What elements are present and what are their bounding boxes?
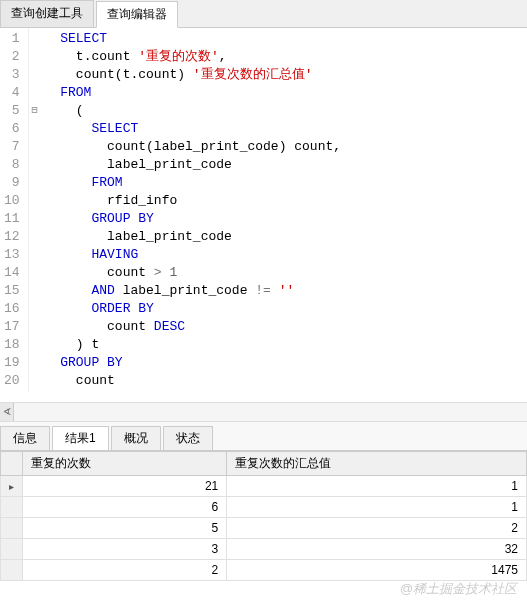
tab-result1[interactable]: 结果1 [52,426,109,450]
line-number: 1 [4,30,20,48]
code-line[interactable]: FROM [45,174,523,192]
fold-spacer [29,372,41,390]
line-number: 20 [4,372,20,390]
row-header-blank [1,452,23,476]
fold-spacer [29,282,41,300]
fold-spacer [29,48,41,66]
line-number: 6 [4,120,20,138]
fold-spacer [29,30,41,48]
code-line[interactable]: t.count '重复的次数', [45,48,523,66]
line-number: 4 [4,84,20,102]
fold-spacer [29,138,41,156]
cell[interactable]: 1 [227,476,527,497]
line-number: 15 [4,282,20,300]
cell[interactable]: 5 [23,518,227,539]
cell[interactable]: 32 [227,539,527,560]
line-number: 18 [4,336,20,354]
sql-editor[interactable]: 1234567891011121314151617181920 ⊟ SELECT… [0,28,527,392]
fold-spacer [29,210,41,228]
cell[interactable]: 3 [23,539,227,560]
tab-query-builder[interactable]: 查询创建工具 [0,0,94,27]
line-number: 17 [4,318,20,336]
table-row[interactable]: 21475 [1,560,527,581]
line-gutter: 1234567891011121314151617181920 [0,28,29,392]
fold-spacer [29,300,41,318]
code-line[interactable]: ORDER BY [45,300,523,318]
split-bar[interactable]: ∢ [0,402,527,422]
line-number: 7 [4,138,20,156]
result-grid[interactable]: 重复的次数重复次数的汇总值 211615233221475 [0,451,527,581]
result-tabs: 信息 结果1 概况 状态 [0,422,527,451]
code-line[interactable]: HAVING [45,246,523,264]
scroll-left-icon[interactable]: ∢ [0,403,14,421]
fold-spacer [29,84,41,102]
line-number: 5 [4,102,20,120]
table-row[interactable]: 61 [1,497,527,518]
line-number: 3 [4,66,20,84]
line-number: 10 [4,192,20,210]
watermark: @稀土掘金技术社区 [400,580,517,598]
code-area[interactable]: SELECT t.count '重复的次数', count(t.count) '… [41,28,527,392]
row-marker [1,497,23,518]
code-line[interactable]: SELECT [45,30,523,48]
line-number: 16 [4,300,20,318]
cell[interactable]: 6 [23,497,227,518]
fold-spacer [29,336,41,354]
line-number: 2 [4,48,20,66]
cell[interactable]: 21 [23,476,227,497]
code-line[interactable]: FROM [45,84,523,102]
column-header[interactable]: 重复的次数 [23,452,227,476]
fold-spacer [29,192,41,210]
table-row[interactable]: 211 [1,476,527,497]
fold-column: ⊟ [29,28,41,392]
table-row[interactable]: 52 [1,518,527,539]
cell[interactable]: 1475 [227,560,527,581]
code-line[interactable]: ( [45,102,523,120]
fold-spacer [29,264,41,282]
line-number: 19 [4,354,20,372]
code-line[interactable]: count > 1 [45,264,523,282]
tab-query-editor[interactable]: 查询编辑器 [96,1,178,28]
column-header[interactable]: 重复次数的汇总值 [227,452,527,476]
table-row[interactable]: 332 [1,539,527,560]
fold-spacer [29,246,41,264]
code-line[interactable]: count [45,372,523,390]
cell[interactable]: 1 [227,497,527,518]
fold-spacer [29,174,41,192]
code-line[interactable]: count(t.count) '重复次数的汇总值' [45,66,523,84]
code-line[interactable]: label_print_code [45,156,523,174]
code-line[interactable]: rfid_info [45,192,523,210]
code-line[interactable]: label_print_code [45,228,523,246]
line-number: 12 [4,228,20,246]
fold-spacer [29,318,41,336]
fold-spacer [29,354,41,372]
row-marker [1,518,23,539]
code-line[interactable]: AND label_print_code != '' [45,282,523,300]
editor-tabs: 查询创建工具 查询编辑器 [0,0,527,28]
code-line[interactable]: count(label_print_code) count, [45,138,523,156]
cell[interactable]: 2 [227,518,527,539]
fold-spacer [29,156,41,174]
line-number: 11 [4,210,20,228]
code-line[interactable]: count DESC [45,318,523,336]
cell[interactable]: 2 [23,560,227,581]
tab-info[interactable]: 信息 [0,426,50,450]
tab-profile[interactable]: 概况 [111,426,161,450]
row-marker [1,539,23,560]
code-line[interactable]: ) t [45,336,523,354]
tab-status[interactable]: 状态 [163,426,213,450]
line-number: 8 [4,156,20,174]
fold-spacer [29,66,41,84]
line-number: 13 [4,246,20,264]
code-line[interactable]: GROUP BY [45,354,523,372]
code-line[interactable]: GROUP BY [45,210,523,228]
fold-spacer [29,120,41,138]
code-line[interactable]: SELECT [45,120,523,138]
fold-toggle-icon[interactable]: ⊟ [29,102,41,120]
row-marker [1,560,23,581]
fold-spacer [29,228,41,246]
line-number: 9 [4,174,20,192]
line-number: 14 [4,264,20,282]
row-marker [1,476,23,497]
